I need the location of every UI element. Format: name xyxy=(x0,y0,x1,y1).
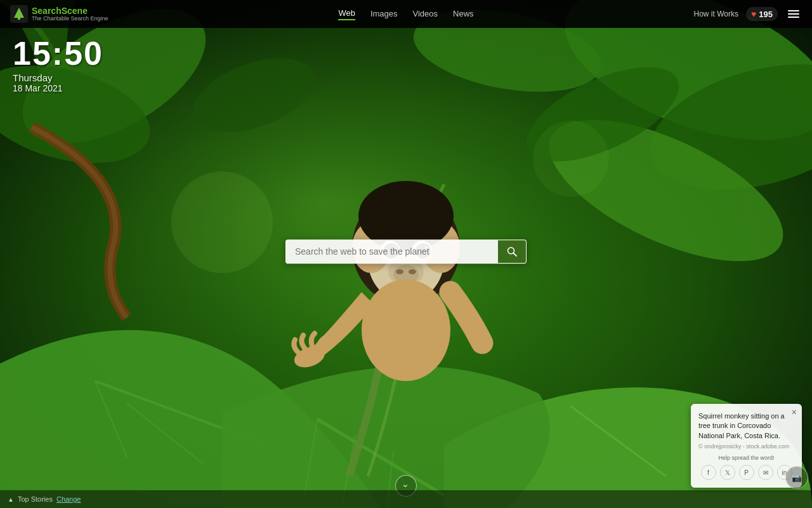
how-it-works-link[interactable]: How it Works xyxy=(694,10,738,18)
logo-icon xyxy=(10,5,28,23)
nav-videos[interactable]: Videos xyxy=(413,9,438,20)
clock-area: 15:50 Thursday 18 Mar 2021 xyxy=(13,37,103,93)
svg-point-34 xyxy=(409,269,416,274)
bottom-bar: ▲ Top Stories Change xyxy=(0,490,812,508)
menu-line-3 xyxy=(788,17,799,18)
change-stories-link[interactable]: Change xyxy=(56,495,81,503)
top-stories-arrow: ▲ xyxy=(8,496,14,503)
score-value: 195 xyxy=(759,10,773,19)
twitter-share-button[interactable]: 𝕏 xyxy=(720,465,735,480)
search-button[interactable] xyxy=(498,240,526,263)
header-right: How it Works ♥ 195 xyxy=(688,7,802,21)
menu-line-2 xyxy=(788,13,799,15)
info-card-spread-label: Help spread the word! xyxy=(698,455,794,461)
social-icons: f 𝕏 P ✉ in xyxy=(698,465,794,480)
top-stories-label: Top Stories xyxy=(18,495,53,503)
svg-line-44 xyxy=(514,253,517,257)
email-share-button[interactable]: ✉ xyxy=(758,465,773,480)
search-input[interactable] xyxy=(286,240,498,263)
pinterest-share-button[interactable]: P xyxy=(739,465,754,480)
app-name: SearchScene xyxy=(32,6,108,16)
svg-point-33 xyxy=(396,269,403,274)
camera-button[interactable]: 📷 xyxy=(785,466,808,489)
chevron-down-icon: › xyxy=(401,485,411,488)
facebook-share-button[interactable]: f xyxy=(701,465,716,480)
score-badge: ♥ 195 xyxy=(746,7,778,21)
clock-date: 18 Mar 2021 xyxy=(13,83,103,93)
main-nav: Web Images Videos News xyxy=(124,8,688,20)
logo-text: SearchScene The Charitable Search Engine xyxy=(32,6,108,22)
search-box xyxy=(285,239,527,264)
logo-area: SearchScene The Charitable Search Engine xyxy=(10,5,124,23)
clock-day: Thursday xyxy=(13,72,103,83)
svg-point-38 xyxy=(171,171,273,273)
hamburger-menu[interactable] xyxy=(785,8,802,20)
nav-web[interactable]: Web xyxy=(338,8,355,20)
svg-rect-42 xyxy=(18,17,20,20)
svg-point-35 xyxy=(362,279,450,381)
svg-point-39 xyxy=(533,121,609,197)
nav-news[interactable]: News xyxy=(453,9,474,20)
info-card-credit: © ondrejprosicky - stock.adobe.com xyxy=(698,443,794,450)
header: SearchScene The Charitable Search Engine… xyxy=(0,0,812,28)
clock-time: 15:50 xyxy=(13,37,103,70)
search-area xyxy=(285,239,527,264)
app-tagline: The Charitable Search Engine xyxy=(32,16,108,22)
heart-icon: ♥ xyxy=(751,9,756,19)
menu-line-1 xyxy=(788,10,799,11)
info-card-title: Squirrel monkey sitting on a tree trunk … xyxy=(698,411,794,441)
info-card-close[interactable]: × xyxy=(792,408,797,417)
search-icon xyxy=(507,246,517,257)
nav-images[interactable]: Images xyxy=(370,9,398,20)
